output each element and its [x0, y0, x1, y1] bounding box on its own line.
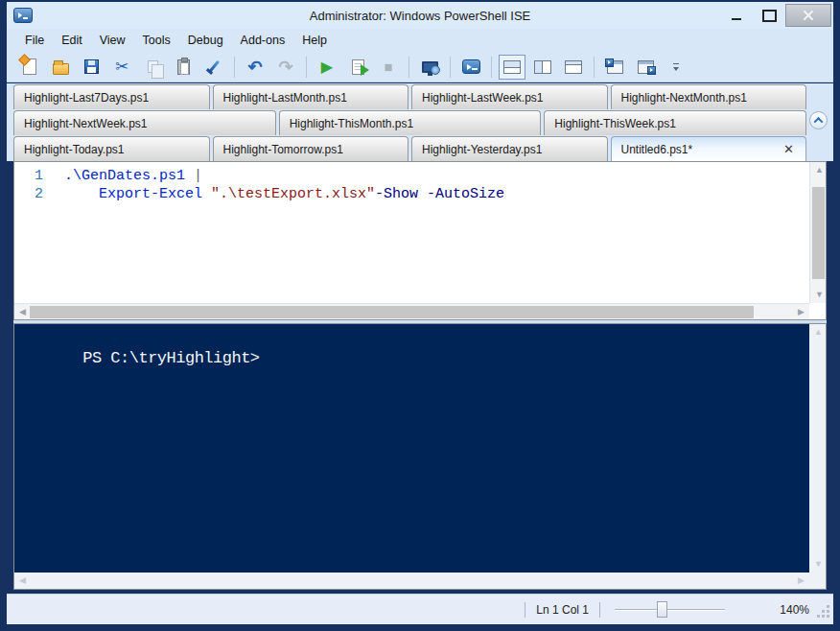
resize-grip-icon[interactable] [817, 607, 829, 619]
window-controls [720, 2, 833, 29]
editor-vertical-scrollbar[interactable]: ▲ ▼ [809, 162, 826, 303]
menu-tools[interactable]: Tools [134, 31, 179, 50]
tab-highlight-nextweek-ps1[interactable]: Highlight-NextWeek.ps1 [13, 110, 276, 135]
toolbar-separator [234, 57, 235, 78]
scroll-left-icon[interactable]: ◀ [19, 576, 26, 585]
menu-help[interactable]: Help [293, 31, 336, 50]
zoom-slider-thumb[interactable] [657, 601, 667, 618]
powershell-ise-window: Administrator: Windows PowerShell ISE Fi… [0, 0, 840, 631]
copy-button [139, 55, 166, 80]
editor-hscroll-thumb[interactable] [30, 306, 754, 318]
editor-horizontal-scrollbar[interactable]: ◀ ▶ [14, 303, 809, 319]
copy-icon [148, 60, 158, 73]
console-vertical-scrollbar[interactable]: ▲ ▼ [809, 324, 826, 573]
title-bar: Administrator: Windows PowerShell ISE [7, 2, 833, 29]
redo-button: ↷ [272, 55, 299, 80]
powershell-badge-icon [605, 58, 614, 67]
tab-row-3: Highlight-Today.ps1Highlight-Tomorrow.ps… [13, 136, 806, 161]
tab-highlight-lastweek-ps1[interactable]: Highlight-LastWeek.ps1 [411, 84, 608, 109]
new-script-button[interactable] [16, 55, 43, 80]
scroll-down-icon[interactable]: ▼ [815, 291, 824, 299]
tab-label: Highlight-LastWeek.ps1 [422, 91, 544, 105]
show-script-pane-right-button[interactable] [529, 55, 556, 80]
powershell-badge-icon [647, 66, 656, 75]
tab-label: Highlight-LastMonth.ps1 [223, 91, 347, 105]
zoom-slider-track[interactable] [615, 609, 725, 610]
toolbar-separator [491, 57, 492, 78]
line-number: 2 [14, 185, 64, 203]
zoom-slider[interactable] [615, 601, 725, 618]
tab-label: Highlight-NextMonth.ps1 [621, 91, 747, 105]
console-prompt: PS C:\tryHighlight> [82, 349, 259, 367]
clear-console-pane-button[interactable] [200, 55, 227, 80]
maximize-button[interactable] [753, 5, 785, 26]
tab-label: Highlight-Tomorrow.ps1 [223, 143, 343, 156]
stop-operation-button: ■ [375, 55, 402, 80]
menu-add-ons[interactable]: Add-ons [232, 31, 294, 50]
start-powershell-exe-button[interactable] [457, 55, 484, 80]
cut-button[interactable]: ✂ [108, 55, 135, 80]
save-script-icon [84, 59, 99, 74]
tab-area: Highlight-Last7Days.ps1Highlight-LastMon… [7, 83, 833, 161]
scroll-right-icon[interactable]: ▶ [798, 576, 805, 585]
zoom-level: 140% [767, 603, 809, 617]
code-token-plain [64, 185, 99, 203]
run-script-icon: ▶ [321, 59, 333, 75]
new-powershell-tab-button[interactable] [601, 55, 628, 80]
collapse-tab-rows-button[interactable] [809, 111, 828, 129]
tab-highlight-tomorrow-ps1[interactable]: Highlight-Tomorrow.ps1 [213, 136, 409, 161]
cut-icon: ✂ [115, 58, 128, 75]
tab-label: Highlight-NextWeek.ps1 [24, 117, 148, 130]
tab-highlight-nextmonth-ps1[interactable]: Highlight-NextMonth.ps1 [611, 84, 807, 109]
scroll-left-icon[interactable]: ◀ [19, 308, 26, 316]
new-remote-powershell-tab-button[interactable] [416, 55, 443, 80]
statusbar-separator [525, 602, 525, 618]
stop-operation-icon: ■ [384, 59, 392, 74]
script-editor[interactable]: 1.\GenDates.ps1 |2 Export-Excel ".\testE… [14, 162, 809, 303]
show-script-pane-top-icon [503, 60, 521, 74]
chevron-up-icon [814, 117, 824, 127]
editor-vscroll-thumb[interactable] [812, 187, 825, 279]
tab-highlight-lastmonth-ps1[interactable]: Highlight-LastMonth.ps1 [213, 84, 409, 109]
status-bar: Ln 1 Col 1 140% [7, 594, 833, 624]
scroll-up-icon[interactable]: ▲ [815, 166, 824, 175]
open-script-button[interactable] [47, 55, 74, 80]
menu-file[interactable]: File [16, 31, 53, 50]
paste-button[interactable] [170, 55, 197, 80]
clear-console-pane-icon [205, 58, 222, 76]
tab-highlight-today-ps1[interactable]: Highlight-Today.ps1 [13, 136, 210, 161]
scroll-down-icon[interactable]: ▼ [814, 560, 823, 569]
menu-view[interactable]: View [91, 31, 134, 50]
cursor-position: Ln 1 Col 1 [534, 603, 591, 617]
statusbar-separator [599, 602, 600, 618]
close-button[interactable] [785, 4, 831, 27]
scroll-up-icon[interactable]: ▲ [814, 328, 823, 337]
console-input-area[interactable]: PS C:\tryHighlight> [14, 324, 809, 573]
tab-untitled6-ps1[interactable]: Untitled6.ps1*✕ [611, 136, 807, 161]
run-selection-button[interactable] [344, 55, 371, 80]
scroll-right-icon[interactable]: ▶ [798, 308, 805, 316]
tab-highlight-thisweek-ps1[interactable]: Highlight-ThisWeek.ps1 [544, 110, 806, 135]
tab-close-icon[interactable]: ✕ [782, 142, 796, 156]
code-token-command: .\GenDates.ps1 [64, 167, 185, 185]
run-script-button[interactable]: ▶ [314, 55, 340, 80]
close-powershell-tab-button[interactable] [632, 55, 659, 80]
new-powershell-tab-icon [607, 60, 623, 74]
undo-button[interactable]: ↶ [242, 55, 268, 80]
save-script-button[interactable] [78, 55, 105, 80]
toolbar-overflow-button[interactable] [663, 55, 689, 80]
tab-highlight-yesterday-ps1[interactable]: Highlight-Yesterday.ps1 [411, 136, 608, 161]
show-script-pane-right-icon [534, 60, 551, 74]
show-script-pane-maximized-button[interactable] [560, 55, 587, 80]
tab-highlight-thismonth-ps1[interactable]: Highlight-ThisMonth.ps1 [279, 110, 542, 135]
minimize-button[interactable] [720, 5, 753, 26]
console-pane: PS C:\tryHighlight> ▲ ▼ ◀ ▶ [13, 323, 827, 590]
console-horizontal-scrollbar[interactable]: ◀ ▶ [14, 573, 809, 589]
code-token-command: Export-Excel [99, 185, 202, 203]
show-script-pane-top-button[interactable] [499, 55, 525, 80]
menu-edit[interactable]: Edit [53, 31, 91, 50]
tab-highlight-last7days-ps1[interactable]: Highlight-Last7Days.ps1 [13, 84, 210, 109]
tab-label: Highlight-ThisMonth.ps1 [290, 117, 413, 130]
menu-debug[interactable]: Debug [179, 31, 232, 50]
tab-label: Highlight-ThisWeek.ps1 [554, 117, 676, 130]
